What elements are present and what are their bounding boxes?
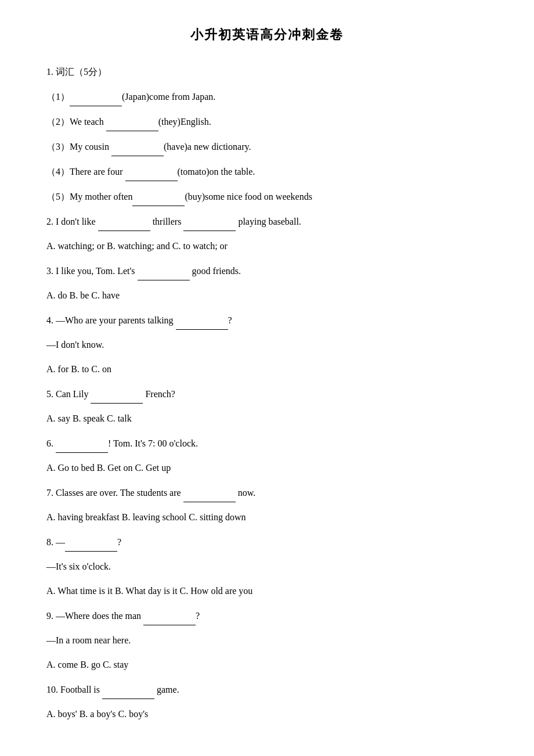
mc-q5-number: 5. Can Lily <box>46 389 91 399</box>
mc-q10-after: game. <box>154 685 179 694</box>
mc-q9-number: 9. —Where does the man <box>46 611 143 621</box>
mc-q2-number: 2. I don't like <box>46 217 98 226</box>
mc-q10-number: 10. Football is <box>46 685 102 694</box>
mc-q9-blank <box>143 606 196 625</box>
vocab-q1: （1） (Japan)come from Japan. <box>46 87 488 106</box>
q3-hint: (have) <box>164 142 187 152</box>
mc-q7: 7. Classes are over. The students are no… <box>46 483 488 502</box>
q1-before: （1） <box>46 92 70 102</box>
mc-q9-line2: —In a room near here. <box>46 631 488 650</box>
mc-q4-options: A. for B. to C. on <box>46 360 488 379</box>
mc-q5: 5. Can Lily French? <box>46 384 488 404</box>
q4-before: （4）There are four <box>46 167 125 177</box>
q2-before: （2）We teach <box>46 117 106 127</box>
mc-q10-options: A. boys' B. a boy's C. boy's <box>46 705 488 723</box>
q4-blank <box>125 162 178 181</box>
q5-hint: (buy) <box>185 192 205 201</box>
mc-q5-options: A. say B. speak C. talk <box>46 409 488 428</box>
mc-q2-blank2 <box>183 212 236 231</box>
mc-q9-options: A. come B. go C. stay <box>46 656 488 674</box>
mc-q10: 10. Football is game. <box>46 680 488 699</box>
mc-q3: 3. I like you, Tom. Let's good friends. <box>46 261 488 280</box>
mc-q3-options: A. do B. be C. have <box>46 286 488 305</box>
mc-q8-line2: —It's six o'clock. <box>46 557 488 576</box>
vocab-q3: （3）My cousin (have)a new dictionary. <box>46 137 488 156</box>
mc-q5-blank <box>91 384 143 404</box>
mc-q2: 2. I don't like thrillers playing baseba… <box>46 212 488 231</box>
mc-q8-line1: 8. — ? <box>46 532 488 552</box>
mc-q8-options: A. What time is it B. What day is it C. … <box>46 582 488 600</box>
mc-q4-blank <box>176 311 228 330</box>
section-label: 1. 词汇（5分） <box>46 63 488 81</box>
section-vocabulary: 1. 词汇（5分） （1） (Japan)come from Japan. （2… <box>46 63 488 206</box>
q1-blank <box>70 87 122 106</box>
q4-after: on the table. <box>210 167 255 177</box>
q2-after: English. <box>181 117 211 127</box>
q3-after: a new dictionary. <box>187 142 251 152</box>
mc-q7-after: now. <box>236 488 256 498</box>
vocab-q5: （5）My mother often (buy)some nice food o… <box>46 187 488 206</box>
mc-q6-number: 6. <box>46 438 56 448</box>
mc-q6-after: ! Tom. It's 7: 00 o'clock. <box>108 438 198 448</box>
q5-after: some nice food on weekends <box>205 192 312 201</box>
mc-q8-blank <box>65 532 117 552</box>
page-title: 小升初英语高分冲刺金卷 <box>46 23 488 46</box>
mc-q7-options: A. having breakfast B. leaving school C.… <box>46 508 488 527</box>
q1-after: come from Japan. <box>149 92 215 102</box>
mc-q3-number: 3. I like you, Tom. Let's <box>46 266 138 276</box>
mc-q3-blank <box>138 261 190 280</box>
mc-q8-response: —It's six o'clock. <box>46 561 111 571</box>
q4-hint: (tomato) <box>178 167 210 177</box>
mc-q7-blank <box>183 483 236 502</box>
mc-q2-options: A. watching; or B. watching; and C. to w… <box>46 237 488 255</box>
mc-q9-response: —In a room near here. <box>46 635 131 645</box>
mc-q4-line1: 4. —Who are your parents talking ? <box>46 311 488 330</box>
mc-q6-blank <box>56 434 108 453</box>
q2-blank <box>106 112 158 131</box>
q5-blank <box>132 187 185 206</box>
q2-hint: (they) <box>158 117 181 127</box>
mc-q8-end: ? <box>117 537 121 547</box>
vocab-q4: （4）There are four (tomato)on the table. <box>46 162 488 181</box>
q5-before: （5）My mother often <box>46 192 132 201</box>
mc-q6-options: A. Go to bed B. Get on C. Get up <box>46 459 488 477</box>
mc-q2-after: playing baseball. <box>236 217 301 226</box>
mc-q6: 6. ! Tom. It's 7: 00 o'clock. <box>46 434 488 453</box>
mc-q10-blank <box>102 680 154 699</box>
mc-q9-end: ? <box>196 611 200 621</box>
q1-hint: (Japan) <box>122 92 149 102</box>
q3-blank <box>111 137 164 156</box>
mc-q5-after: French? <box>143 389 175 399</box>
vocab-q2: （2）We teach (they)English. <box>46 112 488 131</box>
mc-q4-response: —I don't know. <box>46 340 104 350</box>
mc-q8-number: 8. — <box>46 537 65 547</box>
mc-q4-line2: —I don't know. <box>46 336 488 354</box>
mc-q3-after: good friends. <box>190 266 241 276</box>
mc-q2-mid: thrillers <box>150 217 184 226</box>
mc-q7-number: 7. Classes are over. The students are <box>46 488 183 498</box>
q3-before: （3）My cousin <box>46 142 111 152</box>
mc-q4-number: 4. —Who are your parents talking <box>46 315 176 325</box>
mc-q4-end: ? <box>228 315 232 325</box>
mc-q9-line1: 9. —Where does the man ? <box>46 606 488 625</box>
mc-q2-blank1 <box>98 212 150 231</box>
